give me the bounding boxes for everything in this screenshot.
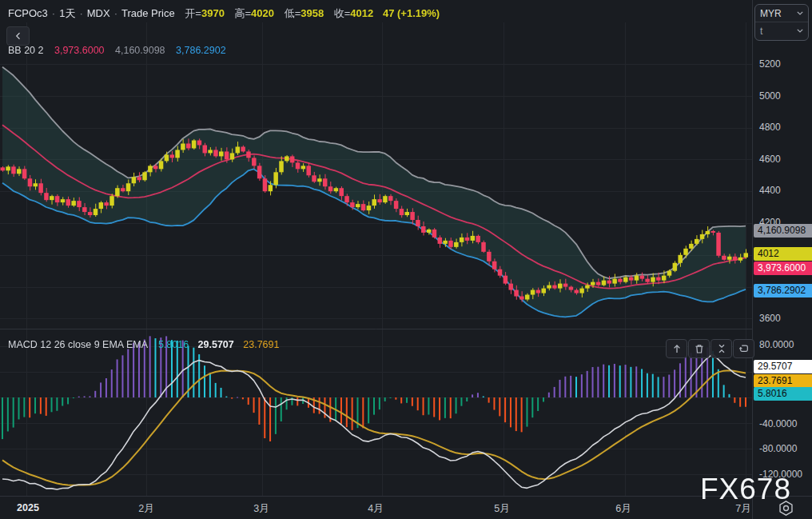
time-label: 3月 xyxy=(253,502,269,516)
reset-scale-button[interactable] xyxy=(733,339,754,358)
price-macd-chart-canvas[interactable] xyxy=(0,0,752,496)
trash-icon xyxy=(694,343,705,354)
macd-value-label: 29.5707 xyxy=(754,360,812,373)
macd-label: MACD 12 26 close 9 EMA EMA xyxy=(8,339,147,350)
bollinger-basis-value: 3,973.6000 xyxy=(54,45,105,56)
low-label: 低= xyxy=(285,7,301,19)
price-tick: 4800 xyxy=(759,122,781,133)
delete-indicator-button[interactable] xyxy=(688,339,710,358)
bb-basis-price-label: 3,973.6000 xyxy=(754,261,812,275)
separator: · xyxy=(52,7,55,19)
chevron-down-icon xyxy=(797,11,803,15)
price-type-label: Trade Price xyxy=(121,7,175,19)
macd-signal-value: 23.7691 xyxy=(243,339,279,350)
symbol-header: FCPOc3·1天·MDX·Trade Price 开=3970 高=4020 … xyxy=(8,6,440,21)
last-price-label: 4012 xyxy=(754,247,812,261)
high-label: 高= xyxy=(234,7,251,19)
time-label: 2025 xyxy=(17,502,39,513)
time-label: 5月 xyxy=(494,502,509,516)
low-value: 3958 xyxy=(301,7,324,19)
move-pane-up-button[interactable] xyxy=(666,339,687,358)
change-value: 47 (+1.19%) xyxy=(383,7,440,19)
time-axis[interactable]: 2025 2月 3月 4月 5月 6月 7月 xyxy=(0,496,812,519)
chevron-left-icon xyxy=(14,31,23,41)
macd-legend[interactable]: MACD 12 26 close 9 EMA EMA 5.8016 29.570… xyxy=(8,339,279,350)
price-axis[interactable]: 5200 5000 4800 4600 4400 4200 3600 4,160… xyxy=(752,0,812,496)
macd-hist-value-label: 5.8016 xyxy=(754,387,812,401)
price-tick: 5200 xyxy=(759,58,781,70)
macd-hist-value: 5.8016 xyxy=(158,339,189,350)
bollinger-lower-value: 3,786.2902 xyxy=(176,45,226,56)
price-tick: 4400 xyxy=(759,185,781,196)
macd-tick: 80.0000 xyxy=(759,339,794,350)
bollinger-upper-value: 4,160.9098 xyxy=(115,45,165,56)
price-tick: 5000 xyxy=(759,90,781,102)
separator: · xyxy=(79,7,82,19)
bollinger-legend[interactable]: BB 20 2 3,973.6000 4,160.9098 3,786.2902 xyxy=(8,45,226,56)
trading-chart-app: FCPOc3·1天·MDX·Trade Price 开=3970 高=4020 … xyxy=(0,0,812,519)
time-label: 4月 xyxy=(368,502,383,516)
arrow-up-icon xyxy=(671,343,683,354)
chevron-down-icon xyxy=(797,29,803,33)
time-label: 2月 xyxy=(138,502,153,516)
time-label: 6月 xyxy=(615,502,631,516)
bollinger-label: BB 20 2 xyxy=(8,45,43,56)
high-value: 4020 xyxy=(251,7,274,19)
back-button[interactable] xyxy=(6,26,30,46)
bb-lower-price-label: 3,786.2902 xyxy=(754,284,812,297)
macd-tick: -40.0000 xyxy=(759,418,797,429)
currency-value: MYR xyxy=(760,8,782,19)
price-tick: 3600 xyxy=(759,313,781,324)
exchange-label: MDX xyxy=(87,7,110,19)
open-label: 开= xyxy=(185,7,201,19)
bb-upper-price-label: 4,160.9098 xyxy=(754,224,812,238)
macd-signal-value-label: 23.7691 xyxy=(754,374,812,388)
price-tick: 4600 xyxy=(759,154,781,165)
loop-icon xyxy=(738,343,750,354)
currency-dropdown[interactable]: MYR xyxy=(755,5,808,22)
close-label: 收= xyxy=(334,7,351,19)
macd-tick: -80.0000 xyxy=(759,443,797,454)
symbol-name[interactable]: FCPOc3 xyxy=(8,7,48,19)
open-value: 3970 xyxy=(201,7,225,19)
collapse-icon xyxy=(716,343,727,354)
close-value: 4012 xyxy=(350,7,373,19)
unit-dropdown[interactable]: t xyxy=(755,22,808,39)
watermark: FX678 xyxy=(700,473,791,506)
unit-value: t xyxy=(760,26,762,37)
collapse-pane-button[interactable] xyxy=(710,339,732,358)
macd-line-value: 29.5707 xyxy=(198,339,234,350)
currency-unit-selector: MYR t xyxy=(754,4,809,41)
interval-label[interactable]: 1天 xyxy=(59,7,75,19)
separator: · xyxy=(114,7,117,19)
